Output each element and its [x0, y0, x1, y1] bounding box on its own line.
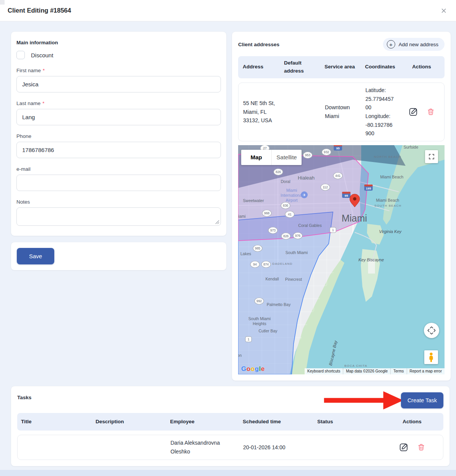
svg-text:441: 441 [335, 174, 341, 178]
map-type-map-button[interactable]: Map [241, 150, 271, 165]
map-label-miami-beach-south: Miami Beach [376, 198, 399, 202]
longitude-value: -80.192786900 [365, 122, 393, 137]
task-description-cell [92, 445, 167, 450]
svg-text:973: 973 [270, 228, 276, 232]
svg-text:826: 826 [283, 234, 289, 238]
pan-control[interactable] [424, 323, 439, 338]
svg-text:826: 826 [276, 170, 281, 174]
edit-address-button[interactable] [407, 106, 419, 118]
email-label: e-mail [16, 166, 221, 172]
terms-link[interactable]: Terms [390, 368, 406, 374]
col-service-area: Service area [320, 60, 360, 74]
tasks-card: Tasks Create Task Title Description Empl… [11, 386, 450, 466]
notes-textarea[interactable] [16, 207, 221, 226]
create-task-button[interactable]: Create Task [401, 392, 443, 408]
email-input[interactable] [16, 175, 221, 191]
map-label-pinecrest: Pinecrest [285, 277, 302, 282]
fullscreen-button[interactable] [425, 150, 438, 163]
svg-text:95: 95 [345, 194, 348, 198]
map-label-coral-gables: Coral Gables [298, 223, 321, 228]
map-type-satellite-button[interactable]: Satellite [271, 150, 302, 165]
svg-text:1: 1 [332, 228, 334, 232]
task-employee-cell: Daria Aleksandrovna Oleshko [167, 436, 230, 458]
svg-text:976: 976 [295, 234, 300, 238]
report-map-error-link[interactable]: Report a map error [407, 368, 445, 374]
task-scheduled-time-cell: 20-01-2026 14:00 [239, 441, 314, 454]
col-address: Address [238, 60, 279, 74]
map-label-south-miami-heights: South Miami [248, 316, 271, 321]
fullscreen-icon [428, 153, 435, 160]
service-area-cell: Downtown Miami [320, 103, 361, 120]
map-label-cutler-bay: Cutler Bay [258, 329, 277, 333]
col-actions: Actions [396, 60, 445, 74]
svg-text:992: 992 [256, 299, 262, 303]
col-coordinates: Coordinates [360, 60, 396, 74]
google-logo: Google [241, 365, 265, 373]
task-status-cell [314, 445, 379, 450]
phone-label: Phone [16, 133, 221, 139]
task-title-cell [18, 445, 92, 450]
map-type-control: Map Satellite [241, 150, 302, 165]
map-label-virginia-key: Virginia Key [379, 229, 402, 234]
svg-text:836: 836 [283, 204, 288, 207]
save-card: Save [11, 242, 227, 270]
map-label-palmetto-bay: Palmetto Bay [267, 302, 291, 307]
notes-label: Notes [16, 199, 221, 205]
task-table-row: Daria Aleksandrovna Oleshko 20-01-2026 1… [17, 435, 443, 460]
svg-text:112: 112 [323, 185, 328, 189]
required-asterisk: * [42, 100, 44, 106]
plus-circle-icon: + [387, 40, 395, 49]
map-label-airport: Miami [286, 188, 297, 193]
close-button[interactable] [439, 6, 448, 15]
pan-arrows-icon [425, 324, 438, 337]
svg-text:94: 94 [253, 262, 257, 266]
phone-input[interactable] [16, 142, 221, 158]
map-label-hialeah: Hialeah [298, 175, 315, 181]
main-information-title: Main information [16, 40, 221, 45]
map-label-south-beach: SOUTH BEACH [375, 204, 402, 207]
map-attribution: Keyboard shortcuts Map data ©2026 Google… [305, 368, 445, 374]
resize-handle-icon[interactable] [215, 220, 219, 224]
discount-checkbox[interactable] [16, 51, 25, 59]
svg-text:Heights: Heights [253, 321, 266, 326]
keyboard-shortcuts-link[interactable]: Keyboard shortcuts [305, 368, 343, 374]
close-icon [441, 8, 447, 14]
discount-label: Discount [31, 52, 53, 58]
first-name-input[interactable] [16, 76, 221, 92]
last-name-label: Last name* [16, 100, 221, 106]
last-name-input[interactable] [16, 109, 221, 125]
svg-text:International: International [281, 193, 303, 198]
client-addresses-card: Client addresses + Add new address Addre… [232, 31, 451, 381]
svg-text:932: 932 [324, 150, 329, 154]
col-title: Title [17, 416, 92, 427]
google-map[interactable]: Surfside NORTH BEACH Hialeah Doral Miami… [238, 145, 445, 374]
delete-address-button[interactable] [426, 107, 436, 117]
map-label-key-biscayne: Key Biscayne [359, 257, 384, 262]
trash-icon [427, 108, 435, 116]
map-label-lakes: Lakes [240, 251, 251, 256]
map-label-south-miami: South Miami [286, 250, 308, 255]
map-data-attribution: Map data ©2026 Google [343, 368, 390, 374]
modal-header: Client Editing #18564 [0, 0, 456, 21]
map-label-doral: Doral [281, 179, 290, 184]
map-label-kendall: Kendall [265, 277, 279, 281]
street-view-pegman-button[interactable] [424, 350, 438, 364]
svg-text:41: 41 [288, 212, 292, 216]
coordinates-cell: Latitude: 25.779445700 Longitude: -80.19… [361, 86, 396, 138]
first-name-label: First name* [16, 68, 221, 73]
map-label-surfside: Surfside [404, 145, 419, 149]
edit-pencil-icon [408, 107, 418, 117]
latitude-value: 25.779445700 [365, 96, 394, 111]
map-label-dadeland: DADELAND [272, 262, 292, 266]
delete-task-button[interactable] [416, 442, 426, 452]
edit-task-button[interactable] [398, 442, 409, 453]
col-status: Status [313, 416, 378, 427]
map-label-boca-chita: BOCA CHITA [344, 364, 367, 368]
main-information-card: Main information Discount First name* La… [11, 31, 227, 236]
add-new-address-button[interactable]: + Add new address [383, 38, 445, 51]
svg-text:Airport: Airport [286, 198, 298, 202]
tasks-title: Tasks [17, 392, 31, 400]
save-button[interactable]: Save [17, 248, 54, 264]
svg-text:968: 968 [264, 211, 269, 215]
map-canvas: Surfside NORTH BEACH Hialeah Doral Miami… [238, 145, 445, 374]
